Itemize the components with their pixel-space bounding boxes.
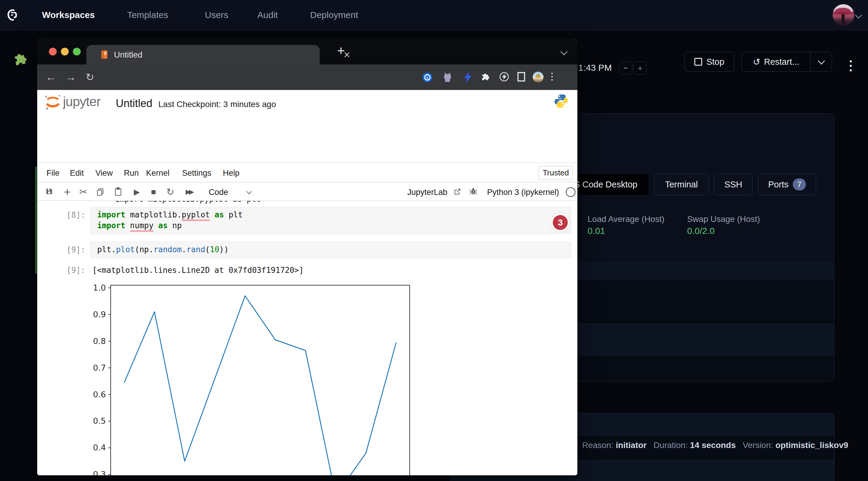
- stop-workspace-button[interactable]: Stop: [684, 52, 734, 72]
- github-octocat-extension-icon[interactable]: [442, 72, 453, 84]
- copy-icon[interactable]: [96, 188, 104, 196]
- run-cell-icon[interactable]: ▶: [131, 186, 143, 198]
- restart-icon: ↺: [753, 57, 760, 67]
- lightning-extension-icon[interactable]: [463, 71, 473, 84]
- coder-logo-icon[interactable]: [5, 8, 20, 22]
- clock-time: 1:43 PM: [578, 62, 612, 74]
- ssh-button[interactable]: SSH: [714, 173, 752, 195]
- svg-text:1.0: 1.0: [93, 283, 106, 292]
- zoom-in-button[interactable]: +: [633, 62, 647, 74]
- jupyter-notebook-page: jupyter Untitled Last Checkpoint: 3 minu…: [37, 90, 577, 475]
- svg-text:0.4: 0.4: [93, 443, 106, 452]
- browser-window: Untitled × + ← → ↻ 5555--main--test--mat…: [37, 38, 577, 475]
- output-9-prompt: [9]:: [67, 266, 86, 275]
- menu-settings[interactable]: Settings: [182, 164, 212, 182]
- svg-text:0.3: 0.3: [93, 470, 106, 475]
- restart-options-chevron[interactable]: [810, 52, 832, 71]
- new-tab-button[interactable]: +: [337, 43, 345, 58]
- ports-count-badge: 7: [793, 179, 806, 190]
- cell-8-prompt: [8]:: [67, 211, 86, 220]
- svg-text:0.9: 0.9: [93, 310, 106, 319]
- output-9-text: [<matplotlib.lines.Line2D at 0x7fd03f191…: [92, 266, 304, 275]
- insert-cell-icon[interactable]: +: [61, 186, 73, 198]
- menu-help[interactable]: Help: [223, 164, 240, 182]
- menu-file[interactable]: File: [46, 164, 60, 182]
- top-nav: Workspaces Templates Users Audit Deploym…: [0, 0, 868, 30]
- ghostery-extension-icon[interactable]: [499, 72, 509, 83]
- kernel-status-icon: [566, 187, 576, 197]
- notification-count-badge[interactable]: 3: [553, 215, 568, 230]
- restart-kernel-icon[interactable]: ↻: [164, 186, 176, 198]
- forward-button[interactable]: →: [64, 70, 78, 84]
- menu-edit[interactable]: Edit: [70, 164, 84, 182]
- zoom-out-button[interactable]: −: [619, 62, 632, 74]
- swap-usage-label: Swap Usage (Host): [687, 215, 760, 224]
- save-icon[interactable]: [45, 187, 53, 195]
- nav-workspaces[interactable]: Workspaces: [42, 0, 95, 30]
- cut-icon[interactable]: ✂: [78, 186, 89, 198]
- extensions-puzzle-icon[interactable]: [480, 72, 491, 83]
- nav-deployment[interactable]: Deployment: [310, 0, 358, 30]
- workspace-template-puzzle-icon: [12, 52, 29, 68]
- ports-button[interactable]: Ports 7: [758, 173, 816, 195]
- svg-text:0.6: 0.6: [93, 390, 106, 399]
- jupyter-brand: jupyter: [63, 94, 100, 109]
- menu-kernel[interactable]: Kernel: [146, 164, 169, 182]
- window-maximize-button[interactable]: [73, 48, 81, 56]
- reload-button[interactable]: ↻: [83, 70, 97, 84]
- stop-square-icon: [694, 58, 702, 66]
- cell-type-chevron-icon[interactable]: [246, 189, 252, 194]
- build-meta: Reason: initiator Duration: 14 seconds V…: [582, 441, 848, 450]
- cell-8-code-line-1[interactable]: import matplotlib.pyplot as plt: [97, 210, 243, 219]
- cell-9-code-line[interactable]: plt.plot(np.random.rand(10)): [97, 245, 228, 254]
- tab-title: Untitled: [114, 50, 143, 60]
- cell-type-select[interactable]: Code: [209, 188, 228, 197]
- svg-text:0.5: 0.5: [93, 416, 106, 425]
- notebook-title[interactable]: Untitled: [116, 97, 152, 110]
- svg-text:0.8: 0.8: [93, 336, 106, 346]
- nav-templates[interactable]: Templates: [127, 0, 168, 30]
- window-minimize-button[interactable]: [61, 48, 69, 56]
- paste-icon[interactable]: [114, 187, 122, 196]
- nav-audit[interactable]: Audit: [257, 0, 278, 30]
- interrupt-kernel-icon[interactable]: ■: [148, 186, 160, 198]
- terminal-button[interactable]: Terminal: [654, 173, 709, 195]
- tab-search-chevron-icon[interactable]: [560, 48, 567, 55]
- svg-text:0.7: 0.7: [93, 363, 106, 373]
- cell-9-prompt: [9]:: [67, 245, 86, 254]
- browser-tab[interactable]: Untitled ×: [86, 45, 320, 64]
- cell-8-code-line-2[interactable]: import numpy as np: [97, 221, 182, 230]
- open-jupyterlab-link[interactable]: JupyterLab: [407, 188, 447, 197]
- kernel-name[interactable]: Python 3 (ipykernel): [487, 188, 559, 197]
- workspace-kebab-menu[interactable]: [850, 59, 852, 77]
- python-logo-icon: [554, 94, 569, 110]
- checkpoint-status: Last Checkpoint: 3 minutes ago: [158, 100, 276, 109]
- swap-usage-value: 0.0/2.0: [687, 226, 715, 236]
- restart-run-all-icon[interactable]: ▶▶: [181, 186, 197, 198]
- build-status-green-bar: [35, 167, 37, 274]
- onepassword-extension-icon[interactable]: [422, 72, 433, 84]
- screen: Workspaces Templates Users Audit Deploym…: [0, 0, 868, 481]
- user-avatar[interactable]: [833, 4, 854, 26]
- jupyter-favicon-icon: [101, 50, 108, 59]
- restart-main[interactable]: ↺ Restart...: [742, 57, 810, 67]
- browser-kebab-menu[interactable]: [551, 72, 554, 84]
- divider: [37, 182, 577, 182]
- external-link-icon: [454, 188, 461, 197]
- divider: [37, 200, 577, 201]
- load-average-label: Load Average (Host): [588, 215, 664, 224]
- jupyter-logo-icon: [44, 93, 61, 111]
- window-close-button[interactable]: [49, 48, 57, 56]
- nav-users[interactable]: Users: [205, 0, 228, 30]
- back-button[interactable]: ←: [44, 70, 58, 84]
- menu-view[interactable]: View: [95, 164, 113, 182]
- browser-profile-avatar[interactable]: [533, 72, 544, 83]
- debugger-bug-icon[interactable]: [469, 187, 477, 197]
- menu-run[interactable]: Run: [124, 164, 139, 182]
- side-panel-icon[interactable]: [517, 72, 525, 83]
- restart-workspace-button[interactable]: ↺ Restart...: [741, 52, 832, 72]
- trusted-button[interactable]: Trusted: [539, 166, 573, 180]
- user-menu-chevron-icon[interactable]: [855, 11, 862, 19]
- load-average-value: 0.01: [588, 226, 605, 236]
- browser-tab-strip: Untitled × +: [37, 38, 577, 64]
